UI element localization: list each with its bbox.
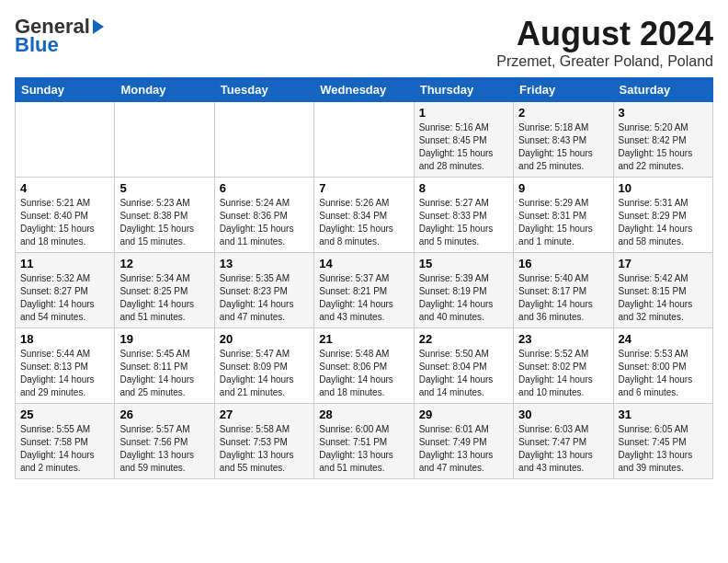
- calendar-cell: 20Sunrise: 5:47 AM Sunset: 8:09 PM Dayli…: [214, 328, 313, 404]
- day-details: Sunrise: 5:44 AM Sunset: 8:13 PM Dayligh…: [20, 348, 109, 399]
- calendar-week-row: 11Sunrise: 5:32 AM Sunset: 8:27 PM Dayli…: [16, 253, 713, 328]
- day-details: Sunrise: 5:47 AM Sunset: 8:09 PM Dayligh…: [220, 348, 309, 399]
- day-details: Sunrise: 5:35 AM Sunset: 8:23 PM Dayligh…: [220, 272, 309, 324]
- day-number: 20: [220, 332, 309, 346]
- day-number: 28: [319, 408, 408, 421]
- day-details: Sunrise: 5:52 AM Sunset: 8:02 PM Dayligh…: [518, 348, 608, 399]
- calendar-cell: 2Sunrise: 5:18 AM Sunset: 8:43 PM Daylig…: [514, 102, 613, 178]
- calendar-cell: 6Sunrise: 5:24 AM Sunset: 8:36 PM Daylig…: [214, 178, 313, 253]
- calendar-cell: 29Sunrise: 6:01 AM Sunset: 7:49 PM Dayli…: [414, 404, 513, 479]
- day-details: Sunrise: 5:55 AM Sunset: 7:58 PM Dayligh…: [20, 423, 109, 475]
- calendar-week-row: 1Sunrise: 5:16 AM Sunset: 8:45 PM Daylig…: [16, 102, 713, 178]
- day-number: 6: [220, 181, 309, 195]
- calendar-cell: 7Sunrise: 5:26 AM Sunset: 8:34 PM Daylig…: [314, 178, 414, 253]
- calendar-table: SundayMondayTuesdayWednesdayThursdayFrid…: [15, 77, 713, 479]
- day-details: Sunrise: 5:24 AM Sunset: 8:36 PM Dayligh…: [220, 197, 309, 248]
- day-details: Sunrise: 6:01 AM Sunset: 7:49 PM Dayligh…: [419, 423, 508, 475]
- calendar-cell: 8Sunrise: 5:27 AM Sunset: 8:33 PM Daylig…: [414, 178, 513, 253]
- month-year-title: August 2024: [496, 15, 713, 53]
- calendar-cell: 14Sunrise: 5:37 AM Sunset: 8:21 PM Dayli…: [314, 253, 414, 328]
- day-details: Sunrise: 5:32 AM Sunset: 8:27 PM Dayligh…: [20, 272, 109, 324]
- day-details: Sunrise: 5:42 AM Sunset: 8:15 PM Dayligh…: [619, 272, 708, 324]
- day-details: Sunrise: 5:29 AM Sunset: 8:31 PM Dayligh…: [518, 197, 608, 248]
- day-details: Sunrise: 6:03 AM Sunset: 7:47 PM Dayligh…: [518, 423, 608, 475]
- svg-marker-0: [93, 19, 104, 34]
- title-block: August 2024 Przemet, Greater Poland, Pol…: [496, 15, 713, 70]
- day-number: 29: [419, 408, 508, 421]
- day-details: Sunrise: 5:23 AM Sunset: 8:38 PM Dayligh…: [119, 197, 209, 248]
- calendar-cell: 19Sunrise: 5:45 AM Sunset: 8:11 PM Dayli…: [115, 328, 214, 404]
- calendar-cell: 10Sunrise: 5:31 AM Sunset: 8:29 PM Dayli…: [613, 178, 712, 253]
- day-number: 17: [619, 257, 708, 270]
- day-details: Sunrise: 5:20 AM Sunset: 8:42 PM Dayligh…: [619, 121, 708, 173]
- calendar-cell: 27Sunrise: 5:58 AM Sunset: 7:53 PM Dayli…: [214, 404, 313, 479]
- calendar-header-row: SundayMondayTuesdayWednesdayThursdayFrid…: [16, 78, 713, 102]
- day-number: 5: [119, 181, 209, 195]
- day-number: 22: [419, 332, 508, 346]
- day-number: 10: [619, 181, 708, 195]
- day-details: Sunrise: 5:45 AM Sunset: 8:11 PM Dayligh…: [119, 348, 209, 399]
- day-number: 1: [419, 106, 508, 120]
- col-header-wednesday: Wednesday: [314, 78, 414, 102]
- calendar-cell: 17Sunrise: 5:42 AM Sunset: 8:15 PM Dayli…: [613, 253, 712, 328]
- calendar-cell: [16, 102, 115, 178]
- calendar-cell: 13Sunrise: 5:35 AM Sunset: 8:23 PM Dayli…: [214, 253, 313, 328]
- page-header: General Blue August 2024 Przemet, Greate…: [15, 15, 713, 70]
- day-details: Sunrise: 5:37 AM Sunset: 8:21 PM Dayligh…: [319, 272, 408, 324]
- day-details: Sunrise: 5:18 AM Sunset: 8:43 PM Dayligh…: [518, 121, 608, 173]
- day-details: Sunrise: 5:39 AM Sunset: 8:19 PM Dayligh…: [419, 272, 508, 324]
- calendar-cell: 4Sunrise: 5:21 AM Sunset: 8:40 PM Daylig…: [16, 178, 115, 253]
- calendar-cell: [214, 102, 313, 178]
- calendar-cell: [314, 102, 414, 178]
- day-number: 7: [319, 181, 408, 195]
- day-number: 11: [20, 257, 109, 270]
- calendar-cell: 12Sunrise: 5:34 AM Sunset: 8:25 PM Dayli…: [115, 253, 214, 328]
- calendar-cell: 5Sunrise: 5:23 AM Sunset: 8:38 PM Daylig…: [115, 178, 214, 253]
- col-header-thursday: Thursday: [414, 78, 513, 102]
- calendar-cell: 26Sunrise: 5:57 AM Sunset: 7:56 PM Dayli…: [115, 404, 214, 479]
- day-number: 4: [20, 181, 109, 195]
- calendar-cell: 1Sunrise: 5:16 AM Sunset: 8:45 PM Daylig…: [414, 102, 513, 178]
- calendar-cell: 18Sunrise: 5:44 AM Sunset: 8:13 PM Dayli…: [16, 328, 115, 404]
- calendar-cell: 9Sunrise: 5:29 AM Sunset: 8:31 PM Daylig…: [514, 178, 613, 253]
- location-subtitle: Przemet, Greater Poland, Poland: [496, 53, 713, 70]
- calendar-week-row: 25Sunrise: 5:55 AM Sunset: 7:58 PM Dayli…: [16, 404, 713, 479]
- calendar-cell: 24Sunrise: 5:53 AM Sunset: 8:00 PM Dayli…: [613, 328, 712, 404]
- day-number: 19: [119, 332, 209, 346]
- day-details: Sunrise: 5:26 AM Sunset: 8:34 PM Dayligh…: [319, 197, 408, 248]
- calendar-cell: 16Sunrise: 5:40 AM Sunset: 8:17 PM Dayli…: [514, 253, 613, 328]
- logo-blue: Blue: [15, 33, 59, 57]
- day-details: Sunrise: 5:27 AM Sunset: 8:33 PM Dayligh…: [419, 197, 508, 248]
- logo: General Blue: [15, 15, 107, 57]
- day-details: Sunrise: 5:40 AM Sunset: 8:17 PM Dayligh…: [518, 272, 608, 324]
- day-details: Sunrise: 5:50 AM Sunset: 8:04 PM Dayligh…: [419, 348, 508, 399]
- calendar-cell: 11Sunrise: 5:32 AM Sunset: 8:27 PM Dayli…: [16, 253, 115, 328]
- calendar-cell: 22Sunrise: 5:50 AM Sunset: 8:04 PM Dayli…: [414, 328, 513, 404]
- day-number: 25: [20, 408, 109, 421]
- day-details: Sunrise: 5:48 AM Sunset: 8:06 PM Dayligh…: [319, 348, 408, 399]
- calendar-cell: 31Sunrise: 6:05 AM Sunset: 7:45 PM Dayli…: [613, 404, 712, 479]
- day-details: Sunrise: 5:21 AM Sunset: 8:40 PM Dayligh…: [20, 197, 109, 248]
- day-number: 27: [220, 408, 309, 421]
- day-number: 2: [518, 106, 608, 120]
- day-number: 31: [619, 408, 708, 421]
- day-details: Sunrise: 5:57 AM Sunset: 7:56 PM Dayligh…: [119, 423, 209, 475]
- day-details: Sunrise: 6:05 AM Sunset: 7:45 PM Dayligh…: [619, 423, 708, 475]
- day-number: 14: [319, 257, 408, 270]
- calendar-cell: [115, 102, 214, 178]
- day-number: 21: [319, 332, 408, 346]
- day-number: 30: [518, 408, 608, 421]
- calendar-cell: 21Sunrise: 5:48 AM Sunset: 8:06 PM Dayli…: [314, 328, 414, 404]
- calendar-cell: 25Sunrise: 5:55 AM Sunset: 7:58 PM Dayli…: [16, 404, 115, 479]
- day-number: 13: [220, 257, 309, 270]
- calendar-cell: 15Sunrise: 5:39 AM Sunset: 8:19 PM Dayli…: [414, 253, 513, 328]
- day-details: Sunrise: 5:16 AM Sunset: 8:45 PM Dayligh…: [419, 121, 508, 173]
- day-number: 8: [419, 181, 508, 195]
- col-header-sunday: Sunday: [16, 78, 115, 102]
- calendar-cell: 23Sunrise: 5:52 AM Sunset: 8:02 PM Dayli…: [514, 328, 613, 404]
- logo-arrow-icon: [91, 17, 106, 36]
- col-header-saturday: Saturday: [613, 78, 712, 102]
- calendar-week-row: 18Sunrise: 5:44 AM Sunset: 8:13 PM Dayli…: [16, 328, 713, 404]
- col-header-monday: Monday: [115, 78, 214, 102]
- day-details: Sunrise: 5:53 AM Sunset: 8:00 PM Dayligh…: [619, 348, 708, 399]
